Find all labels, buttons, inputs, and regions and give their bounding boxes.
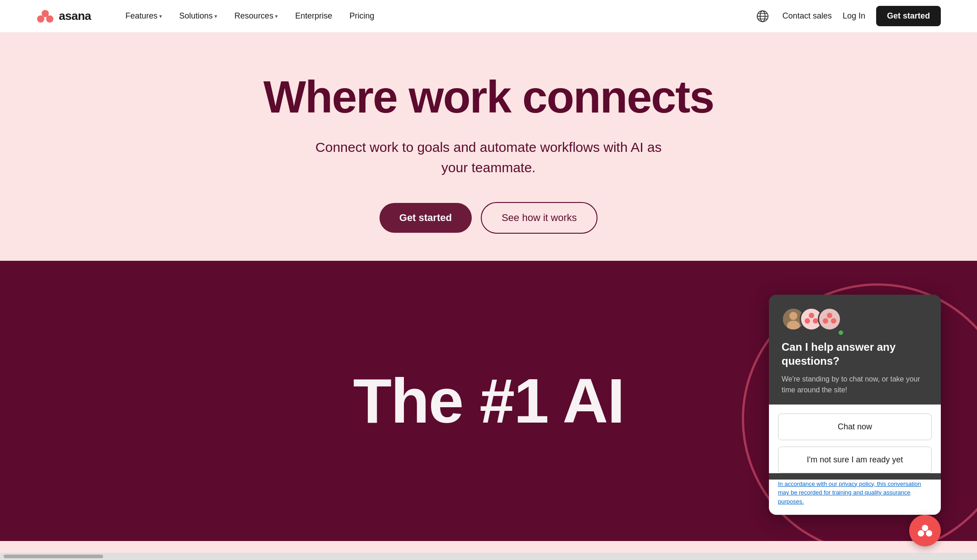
not-ready-button[interactable]: I'm not sure I am ready yet — [778, 447, 932, 473]
asana-float-icon — [917, 522, 933, 539]
chat-privacy-section: In accordance with our privacy policy, t… — [769, 480, 941, 515]
asana-logo-icon — [36, 7, 54, 25]
nav-label-enterprise: Enterprise — [295, 11, 332, 21]
svg-point-10 — [787, 321, 800, 330]
svg-point-1 — [37, 15, 44, 23]
hero-video-text: The #1 AI — [353, 364, 624, 438]
chat-privacy-link[interactable]: In accordance with our privacy policy, t… — [778, 480, 921, 505]
svg-point-12 — [809, 313, 814, 318]
hero-title: Where work connects — [263, 73, 714, 121]
chevron-down-icon: ▾ — [275, 13, 278, 19]
svg-point-2 — [46, 15, 53, 23]
svg-point-21 — [926, 530, 932, 536]
chat-widget-title: Can I help answer any questions? — [782, 340, 928, 368]
chat-float-button[interactable] — [909, 515, 941, 546]
navbar: asana Features ▾ Solutions ▾ Resources ▾… — [0, 0, 977, 33]
navbar-nav: Features ▾ Solutions ▾ Resources ▾ Enter… — [118, 8, 754, 24]
nav-item-enterprise[interactable]: Enterprise — [288, 8, 339, 24]
nav-label-pricing: Pricing — [349, 11, 374, 21]
svg-point-13 — [805, 318, 810, 324]
nav-label-features: Features — [125, 11, 157, 21]
hero-get-started-button[interactable]: Get started — [379, 203, 472, 233]
contact-sales-link[interactable]: Contact sales — [783, 11, 832, 21]
chat-widget-header: Can I help answer any questions? We're s… — [769, 295, 941, 404]
logo[interactable]: asana — [36, 7, 91, 25]
nav-item-features[interactable]: Features ▾ — [118, 8, 169, 24]
nav-label-resources: Resources — [234, 11, 273, 21]
svg-rect-15 — [819, 309, 840, 329]
chat-widget-subtitle: We're standing by to chat now, or take y… — [782, 374, 928, 395]
chat-now-button[interactable]: Chat now — [778, 414, 932, 440]
svg-point-19 — [922, 525, 928, 531]
chevron-down-icon: ▾ — [159, 13, 162, 19]
svg-point-16 — [827, 313, 832, 318]
chevron-down-icon: ▾ — [214, 13, 217, 19]
hero-buttons: Get started See how it works — [379, 202, 598, 234]
chat-avatars — [782, 307, 928, 331]
nav-item-pricing[interactable]: Pricing — [342, 8, 381, 24]
chat-widget-body: Chat now I'm not sure I am ready yet — [769, 405, 941, 473]
online-status-dot — [838, 329, 844, 336]
navbar-right: Contact sales Log In Get started — [754, 6, 941, 26]
language-selector-button[interactable] — [754, 7, 772, 25]
get-started-nav-button[interactable]: Get started — [876, 6, 941, 26]
scrollbar-thumb[interactable] — [4, 555, 103, 558]
svg-point-18 — [831, 318, 836, 324]
svg-point-17 — [823, 318, 828, 324]
login-link[interactable]: Log In — [843, 11, 865, 21]
hero-see-how-button[interactable]: See how it works — [481, 202, 598, 234]
nav-item-solutions[interactable]: Solutions ▾ — [172, 8, 224, 24]
chat-widget: Can I help answer any questions? We're s… — [769, 295, 941, 515]
nav-label-solutions: Solutions — [179, 11, 213, 21]
hero-section: Where work connects Connect work to goal… — [0, 33, 977, 261]
svg-point-9 — [789, 312, 797, 320]
svg-point-20 — [918, 530, 924, 536]
asana-wordmark: asana — [59, 9, 91, 23]
hero-subtitle: Connect work to goals and automate workf… — [308, 137, 669, 178]
globe-icon — [756, 10, 769, 23]
chat-avatar-asana-2 — [818, 307, 841, 331]
asana-avatar-2 — [819, 309, 840, 329]
nav-item-resources[interactable]: Resources ▾ — [227, 8, 285, 24]
horizontal-scrollbar[interactable] — [0, 553, 977, 560]
